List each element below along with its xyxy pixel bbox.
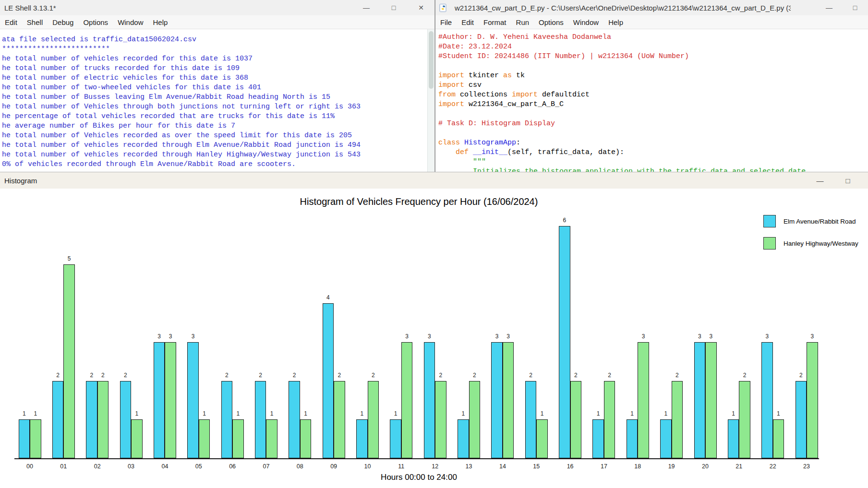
bar-value-label: 2: [366, 372, 380, 379]
bar-elm-hour-06: [221, 381, 233, 458]
minimize-button[interactable]: —: [820, 0, 839, 15]
x-tick-label: 06: [223, 463, 242, 470]
maximize-button[interactable]: □: [384, 0, 403, 15]
code-line: # Task D: Histogram Display: [438, 119, 868, 129]
x-axis-line: [14, 458, 819, 459]
shell-scrollbar[interactable]: [427, 29, 434, 172]
shell-output-area[interactable]: ata file selected is traffic_data1506202…: [0, 29, 428, 172]
shell-titlebar[interactable]: LE Shell 3.13.1* — □ ✕: [0, 0, 434, 15]
bar-value-label: 1: [388, 410, 403, 417]
menu-item-run[interactable]: Run: [511, 18, 534, 26]
chart-legend: Elm Avenue/Rabbit RoadHanley Highway/Wes…: [763, 215, 858, 259]
x-tick-label: 05: [189, 463, 208, 470]
x-tick-label: 02: [88, 463, 107, 470]
bar-value-label: 3: [760, 333, 774, 340]
x-tick-label: 01: [54, 463, 73, 470]
legend-swatch: [763, 237, 776, 250]
shell-output-line: *************************: [2, 45, 428, 54]
maximize-button[interactable]: □: [845, 0, 865, 15]
chart-title: Histogram of Vehicles Frequency per Hour…: [0, 196, 838, 207]
code-line: [438, 61, 868, 71]
bar-value-label: 2: [794, 372, 808, 379]
minimize-button[interactable]: —: [809, 173, 831, 189]
menu-item-file[interactable]: File: [435, 18, 457, 26]
scrollbar-thumb[interactable]: [429, 31, 434, 89]
shell-output-line: 0% of vehicles recorded through Elm Aven…: [2, 160, 428, 169]
bar-value-label: 3: [704, 333, 718, 340]
legend-entry: Hanley Highway/Westway: [763, 237, 858, 250]
bar-elm-hour-13: [458, 419, 469, 458]
shell-output-line: he total number of Vehicles through both…: [2, 102, 428, 112]
shell-menubar: EditShellDebugOptionsWindowHelp: [0, 15, 434, 29]
code-line: from collections import defaultdict: [438, 90, 868, 100]
bar-value-label: 3: [501, 333, 516, 340]
x-tick-label: 23: [797, 463, 816, 470]
bar-hanley-hour-21: [739, 381, 750, 458]
code-line: [438, 129, 868, 138]
bar-value-label: 1: [456, 410, 470, 417]
bar-hanley-hour-02: [97, 381, 109, 458]
bar-hanley-hour-15: [536, 419, 548, 458]
close-button[interactable]: ✕: [411, 0, 431, 15]
python-file-icon: [439, 4, 447, 12]
menu-item-options[interactable]: Options: [534, 18, 568, 26]
bar-value-label: 3: [636, 333, 651, 340]
x-tick-label: 12: [425, 463, 445, 470]
bar-elm-hour-07: [255, 381, 266, 458]
bar-value-label: 2: [219, 372, 234, 379]
menu-item-edit[interactable]: Edit: [457, 18, 479, 26]
close-button[interactable]: ✕: [862, 173, 868, 189]
bar-value-label: 1: [726, 410, 741, 417]
bar-hanley-hour-20: [705, 342, 717, 458]
bar-value-label: 5: [62, 255, 76, 262]
maximize-button[interactable]: □: [837, 173, 859, 189]
menu-item-format[interactable]: Format: [479, 18, 511, 26]
bar-value-label: 3: [163, 333, 178, 340]
menu-item-edit[interactable]: Edit: [0, 18, 22, 26]
code-line: Initializes the histogram application wi…: [438, 167, 868, 172]
bar-elm-hour-00: [19, 419, 30, 458]
bar-hanley-hour-14: [503, 342, 514, 458]
menu-item-window[interactable]: Window: [568, 18, 603, 26]
code-editor-area[interactable]: #Author: D. W. Yeheni Kaveesha Dodanwela…: [435, 29, 868, 172]
shell-output-line: he average number of Bikes per hour for …: [2, 121, 428, 131]
bar-hanley-hour-06: [232, 419, 244, 458]
bar-elm-hour-22: [761, 342, 773, 458]
bar-hanley-hour-08: [300, 419, 312, 458]
bar-value-label: 1: [299, 410, 313, 417]
bar-value-label: 1: [625, 410, 639, 417]
minimize-button[interactable]: —: [357, 0, 376, 15]
menu-item-help[interactable]: Help: [603, 18, 628, 26]
bar-elm-hour-10: [356, 419, 368, 458]
bar-elm-hour-18: [627, 419, 638, 458]
x-tick-label: 17: [594, 463, 614, 470]
menu-item-shell[interactable]: Shell: [22, 18, 48, 26]
editor-window: w2121364_cw_part_D_E.py - C:\Users\Acer\…: [435, 0, 868, 172]
x-tick-label: 16: [561, 463, 580, 470]
editor-titlebar[interactable]: w2121364_cw_part_D_E.py - C:\Users\Acer\…: [435, 0, 868, 15]
bar-value-label: 2: [332, 372, 347, 379]
bar-value-label: 1: [28, 410, 43, 417]
editor-window-title: w2121364_cw_part_D_E.py - C:\Users\Acer\…: [450, 4, 791, 12]
code-line: #Author: D. W. Yeheni Kaveesha Dodanwela: [438, 33, 868, 42]
desktop: { "controls": { "minimize": "—", "maximi…: [0, 0, 868, 488]
shell-output-line: he total number of electric vehicles for…: [2, 73, 428, 83]
bar-value-label: 2: [737, 372, 752, 379]
menu-item-options[interactable]: Options: [78, 18, 113, 26]
bar-elm-hour-15: [525, 381, 537, 458]
editor-menubar: FileEditFormatRunOptionsWindowHelp: [435, 15, 868, 29]
bar-value-label: 2: [670, 372, 684, 379]
bar-hanley-hour-00: [30, 419, 41, 458]
bar-hanley-hour-23: [807, 342, 818, 458]
bar-elm-hour-14: [491, 342, 503, 458]
menu-item-help[interactable]: Help: [148, 18, 172, 26]
idle-shell-window: LE Shell 3.13.1* — □ ✕ EditShellDebugOpt…: [0, 0, 435, 172]
menu-item-debug[interactable]: Debug: [48, 18, 78, 26]
shell-output-line: he total number of two-wheeled vehicles …: [2, 83, 428, 93]
histogram-titlebar[interactable]: Histogram — □ ✕: [0, 172, 868, 189]
x-tick-label: 13: [459, 463, 479, 470]
bar-elm-hour-08: [289, 381, 300, 458]
menu-item-window[interactable]: Window: [113, 18, 148, 26]
x-tick-label: 19: [662, 463, 681, 470]
bar-value-label: 2: [524, 372, 538, 379]
